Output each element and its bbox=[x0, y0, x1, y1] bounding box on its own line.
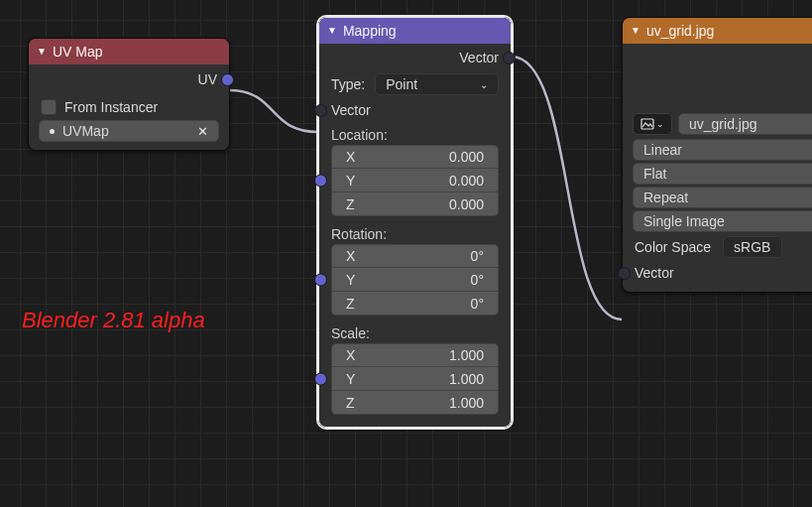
colorspace-select[interactable]: sRGB bbox=[723, 236, 782, 258]
extension-select[interactable]: Repeat bbox=[633, 187, 812, 208]
node-title: UV Map bbox=[53, 44, 103, 60]
collapse-icon[interactable]: ▼ bbox=[631, 26, 640, 36]
rotation-x[interactable]: X0° bbox=[331, 244, 499, 268]
image-browse[interactable]: ⌄ bbox=[633, 113, 672, 135]
node-image-texture[interactable]: ▼ uv_grid.jpg ⌄ uv_grid.jpg Linear Flat … bbox=[622, 17, 812, 293]
scale-y[interactable]: Y1.000 bbox=[331, 367, 499, 391]
socket-output-uv[interactable] bbox=[221, 73, 234, 86]
chevron-down-icon: ⌄ bbox=[480, 79, 488, 90]
image-file[interactable]: uv_grid.jpg bbox=[678, 113, 812, 135]
interpolation-select[interactable]: Linear bbox=[633, 139, 812, 161]
source-select[interactable]: Single Image bbox=[633, 210, 812, 232]
node-header[interactable]: ▼ Mapping bbox=[319, 18, 511, 44]
node-title: Mapping bbox=[343, 23, 397, 39]
chevron-down-icon: ⌄ bbox=[656, 119, 664, 129]
node-header[interactable]: ▼ UV Map bbox=[29, 39, 229, 64]
socket-input-rotation[interactable] bbox=[314, 274, 327, 287]
scale-z[interactable]: Z1.000 bbox=[331, 391, 499, 415]
location-label: Location: bbox=[321, 123, 509, 145]
location-x[interactable]: X0.000 bbox=[331, 145, 499, 169]
socket-input-vector[interactable] bbox=[314, 104, 327, 117]
collapse-icon[interactable]: ▼ bbox=[37, 47, 47, 57]
socket-input-vector[interactable] bbox=[618, 267, 631, 280]
colorspace-value: sRGB bbox=[734, 239, 770, 255]
projection-select[interactable]: Flat bbox=[633, 163, 812, 185]
uvmap-select[interactable]: UVMap ✕ bbox=[39, 120, 219, 142]
location-z[interactable]: Z0.000 bbox=[331, 192, 499, 216]
socket-input-scale[interactable] bbox=[314, 373, 327, 386]
rotation-label: Rotation: bbox=[321, 222, 509, 244]
clear-icon[interactable]: ✕ bbox=[197, 124, 208, 139]
scale-x[interactable]: X1.000 bbox=[331, 343, 499, 367]
type-label: Type: bbox=[331, 76, 365, 92]
collapse-icon[interactable]: ▼ bbox=[327, 26, 337, 36]
rotation-y[interactable]: Y0° bbox=[331, 268, 499, 292]
image-filename: uv_grid.jpg bbox=[689, 116, 757, 132]
socket-input-location[interactable] bbox=[314, 175, 327, 188]
rotation-z[interactable]: Z0° bbox=[331, 292, 499, 316]
overlay-text: Blender 2.81 alpha bbox=[22, 308, 205, 333]
from-instancer-label: From Instancer bbox=[64, 99, 217, 115]
image-icon bbox=[640, 117, 654, 131]
socket-output-vector[interactable] bbox=[503, 52, 516, 64]
node-uv-map[interactable]: ▼ UV Map UV From Instancer UVMap ✕ bbox=[28, 38, 230, 151]
bullet-icon bbox=[50, 129, 55, 134]
node-mapping[interactable]: ▼ Mapping Vector Type: Point ⌄ Vector Lo… bbox=[318, 17, 512, 428]
scale-label: Scale: bbox=[321, 321, 509, 343]
uvmap-name: UVMap bbox=[62, 123, 109, 139]
svg-rect-0 bbox=[641, 119, 653, 129]
type-select[interactable]: Point ⌄ bbox=[375, 73, 499, 95]
input-vector-label: Vector bbox=[635, 265, 812, 281]
colorspace-label: Color Space bbox=[635, 239, 711, 255]
output-uv-label: UV bbox=[41, 71, 217, 87]
type-value: Point bbox=[386, 76, 417, 92]
location-y[interactable]: Y0.000 bbox=[331, 169, 499, 192]
node-title: uv_grid.jpg bbox=[646, 23, 715, 39]
output-vector-label: Vector bbox=[331, 50, 499, 65]
node-header[interactable]: ▼ uv_grid.jpg bbox=[623, 18, 812, 44]
from-instancer-checkbox[interactable] bbox=[41, 99, 57, 115]
input-vector-label: Vector bbox=[331, 102, 499, 118]
